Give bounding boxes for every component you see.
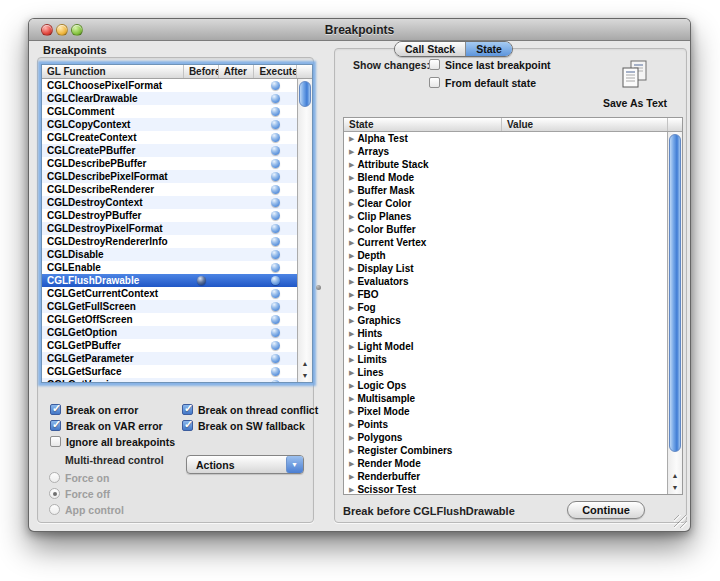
breakpoint-execute-orb[interactable]	[271, 367, 280, 376]
state-row[interactable]: ▶FBO	[344, 288, 667, 301]
breakpoint-execute-orb[interactable]	[271, 81, 280, 90]
state-table-scrollbar[interactable]: ▲ ▼	[667, 132, 682, 494]
break-on-error-checkbox[interactable]: Break on error	[50, 403, 138, 416]
state-row[interactable]: ▶Color Buffer	[344, 223, 667, 236]
breakpoint-execute-orb[interactable]	[271, 341, 280, 350]
breakpoint-execute-orb[interactable]	[271, 224, 280, 233]
state-row[interactable]: ▶Current Vertex	[344, 236, 667, 249]
breakpoint-execute-orb[interactable]	[271, 94, 280, 103]
tab-call-stack[interactable]: Call Stack	[395, 42, 466, 56]
gl-function-row[interactable]: CGLDisable	[42, 248, 297, 261]
disclosure-triangle-icon[interactable]: ▶	[349, 132, 354, 145]
gl-function-row[interactable]: CGLClearDrawable	[42, 92, 297, 105]
state-row[interactable]: ▶Multisample	[344, 392, 667, 405]
disclosure-triangle-icon[interactable]: ▶	[349, 327, 354, 340]
disclosure-triangle-icon[interactable]: ▶	[349, 236, 354, 249]
gl-function-row[interactable]: CGLComment	[42, 105, 297, 118]
gl-function-row[interactable]: CGLDescribePBuffer	[42, 157, 297, 170]
breakpoint-execute-orb[interactable]	[271, 146, 280, 155]
continue-button[interactable]: Continue	[567, 501, 645, 519]
disclosure-triangle-icon[interactable]: ▶	[349, 470, 354, 483]
state-row[interactable]: ▶Blend Mode	[344, 171, 667, 184]
gl-function-row[interactable]: CGLGetVersion	[42, 378, 297, 382]
gl-function-row[interactable]: CGLDestroyRendererInfo	[42, 235, 297, 248]
scroll-down-icon[interactable]: ▼	[672, 482, 679, 494]
state-row[interactable]: ▶Light Model	[344, 340, 667, 353]
scrollbar-thumb[interactable]	[669, 134, 681, 452]
gl-function-row[interactable]: CGLDestroyContext	[42, 196, 297, 209]
disclosure-triangle-icon[interactable]: ▶	[349, 171, 354, 184]
disclosure-triangle-icon[interactable]: ▶	[349, 444, 354, 457]
state-row[interactable]: ▶Buffer Mask	[344, 184, 667, 197]
gl-function-row[interactable]: CGLCopyContext	[42, 118, 297, 131]
gl-function-row[interactable]: CGLGetOffScreen	[42, 313, 297, 326]
breakpoint-execute-orb[interactable]	[271, 211, 280, 220]
breakpoint-before-orb[interactable]	[197, 276, 206, 285]
breakpoint-execute-orb[interactable]	[271, 159, 280, 168]
state-row[interactable]: ▶Logic Ops	[344, 379, 667, 392]
breakpoint-execute-orb[interactable]	[271, 250, 280, 259]
disclosure-triangle-icon[interactable]: ▶	[349, 392, 354, 405]
breakpoint-execute-orb[interactable]	[271, 276, 280, 285]
state-row[interactable]: ▶Display List	[344, 262, 667, 275]
gl-function-row[interactable]: CGLEnable	[42, 261, 297, 274]
gl-function-row[interactable]: CGLDestroyPixelFormat	[42, 222, 297, 235]
state-row[interactable]: ▶Pixel Mode	[344, 405, 667, 418]
column-header-state[interactable]: State	[344, 118, 502, 131]
disclosure-triangle-icon[interactable]: ▶	[349, 366, 354, 379]
disclosure-triangle-icon[interactable]: ▶	[349, 275, 354, 288]
state-row[interactable]: ▶Polygons	[344, 431, 667, 444]
state-row[interactable]: ▶Evaluators	[344, 275, 667, 288]
disclosure-triangle-icon[interactable]: ▶	[349, 418, 354, 431]
title-bar[interactable]: Breakpoints	[29, 19, 690, 41]
save-as-text-button[interactable]: Save As Text	[585, 59, 685, 109]
break-on-var-error-checkbox[interactable]: Break on VAR error	[50, 419, 163, 432]
column-header-execute[interactable]: Execute	[254, 65, 297, 78]
disclosure-triangle-icon[interactable]: ▶	[349, 158, 354, 171]
column-header-value[interactable]: Value	[502, 118, 667, 131]
disclosure-triangle-icon[interactable]: ▶	[349, 314, 354, 327]
since-last-breakpoint-checkbox[interactable]: Since last breakpoint	[429, 58, 551, 71]
state-row[interactable]: ▶Arrays	[344, 145, 667, 158]
state-row[interactable]: ▶Lines	[344, 366, 667, 379]
disclosure-triangle-icon[interactable]: ▶	[349, 288, 354, 301]
disclosure-triangle-icon[interactable]: ▶	[349, 353, 354, 366]
breakpoint-execute-orb[interactable]	[271, 380, 280, 382]
column-header-after[interactable]: After	[219, 65, 255, 78]
disclosure-triangle-icon[interactable]: ▶	[349, 405, 354, 418]
gl-function-row[interactable]: CGLDestroyPBuffer	[42, 209, 297, 222]
scroll-up-icon[interactable]: ▲	[302, 358, 309, 370]
scroll-down-icon[interactable]: ▼	[302, 370, 309, 382]
breakpoint-execute-orb[interactable]	[271, 237, 280, 246]
ignore-all-breakpoints-checkbox[interactable]: Ignore all breakpoints	[50, 435, 175, 448]
force-off-radio[interactable]: Force off	[49, 487, 110, 500]
gl-function-row[interactable]: CGLFlushDrawable	[42, 274, 297, 287]
disclosure-triangle-icon[interactable]: ▶	[349, 210, 354, 223]
disclosure-triangle-icon[interactable]: ▶	[349, 457, 354, 470]
breakpoint-execute-orb[interactable]	[271, 289, 280, 298]
gl-function-row[interactable]: CGLDescribeRenderer	[42, 183, 297, 196]
state-row[interactable]: ▶Hints	[344, 327, 667, 340]
app-control-radio[interactable]: App control	[49, 503, 124, 516]
state-row[interactable]: ▶Attribute Stack	[344, 158, 667, 171]
disclosure-triangle-icon[interactable]: ▶	[349, 145, 354, 158]
breakpoint-execute-orb[interactable]	[271, 198, 280, 207]
gl-function-row[interactable]: CGLGetCurrentContext	[42, 287, 297, 300]
from-default-state-checkbox[interactable]: From default state	[429, 76, 536, 89]
breakpoint-execute-orb[interactable]	[271, 172, 280, 181]
disclosure-triangle-icon[interactable]: ▶	[349, 483, 354, 494]
state-row[interactable]: ▶Register Combiners	[344, 444, 667, 457]
gl-function-row[interactable]: CGLGetOption	[42, 326, 297, 339]
force-on-radio[interactable]: Force on	[49, 471, 109, 484]
state-row[interactable]: ▶Points	[344, 418, 667, 431]
disclosure-triangle-icon[interactable]: ▶	[349, 431, 354, 444]
breakpoint-execute-orb[interactable]	[271, 354, 280, 363]
gl-function-row[interactable]: CGLGetFullScreen	[42, 300, 297, 313]
disclosure-triangle-icon[interactable]: ▶	[349, 262, 354, 275]
state-row[interactable]: ▶Clear Color	[344, 197, 667, 210]
state-row[interactable]: ▶Render Mode	[344, 457, 667, 470]
column-header-gl-function[interactable]: GL Function	[42, 65, 184, 78]
state-row[interactable]: ▶Renderbuffer	[344, 470, 667, 483]
actions-popup-button[interactable]: Actions ▼	[186, 455, 304, 474]
disclosure-triangle-icon[interactable]: ▶	[349, 249, 354, 262]
